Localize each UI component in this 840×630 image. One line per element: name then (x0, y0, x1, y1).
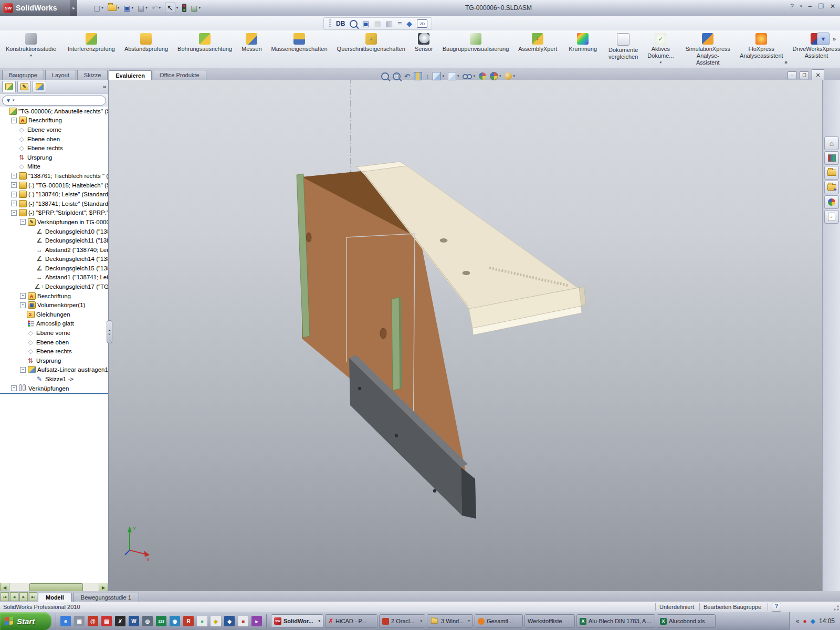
stamp-icon[interactable]: ▦ (374, 20, 381, 27)
quick-launch-icon-12[interactable]: ◆ (211, 616, 221, 626)
ribbon-dokumente[interactable]: Dokumente vergleichen (604, 30, 643, 68)
close-button[interactable]: ✕ (828, 3, 837, 10)
open-button[interactable]: ▾ (106, 4, 121, 12)
toolbar-grip[interactable] (329, 19, 331, 28)
home-icon[interactable]: ⌂ (824, 136, 839, 150)
status-help-button[interactable]: ? (772, 603, 781, 612)
expand-icon[interactable]: + (11, 201, 17, 206)
doc-close-button[interactable]: ✕ (812, 69, 824, 81)
tray-app-icon[interactable]: ◆ (811, 618, 815, 624)
expand-icon[interactable]: + (11, 182, 17, 188)
tree-item-ursprung[interactable]: ⇅Ursprung (0, 153, 108, 162)
tree-item-beschriftung[interactable]: +ABeschriftung (0, 291, 108, 301)
expand-icon[interactable]: + (11, 173, 17, 178)
tree-item-ursprung[interactable]: ⇅Ursprung (0, 356, 108, 365)
ribbon-abstandsprüfung[interactable]: Abstandsprüfung (120, 30, 173, 68)
tree-item-verknüpfungen-in-tg-000006[interactable]: −✎Verknüpfungen in TG-000006~ (0, 217, 108, 227)
tree-item-mitte[interactable]: ◇Mitte (0, 162, 108, 172)
taskbar-button-2-oracl[interactable]: 2 Oracl...▾ (379, 614, 425, 628)
zoom-to-area-icon[interactable] (393, 72, 401, 80)
appearances-icon[interactable] (824, 195, 839, 209)
dropdown-icon[interactable]: ▾ (30, 54, 32, 58)
tree-item-deckungsgleich17-tg[interactable]: ∠⊥Deckungsgleich17 ("TG (0, 282, 108, 291)
tree-item-tg-000015-halteblech-stand[interactable]: +(-) "TG-000015; Halteblech" (Stand (0, 181, 108, 190)
model-tab-bewegungsstudie-1[interactable]: Bewegungsstudie 1 (73, 593, 139, 602)
expand-icon[interactable]: + (11, 385, 17, 391)
undo-button[interactable]: ↶▾ (150, 3, 162, 13)
ribbon-konstruktionsstudie[interactable]: Konstruktionsstudie▾ (1, 30, 61, 68)
ribbon-bohrungsausrichtung[interactable]: Bohrungsausrichtung (173, 30, 237, 68)
tree-item-verknüpfungen[interactable]: +Verknüpfungen (0, 384, 108, 393)
ribbon-more-chevron[interactable]: » (833, 36, 836, 42)
panel-splitter-handle[interactable]: ◂▸ (107, 320, 112, 343)
ribbon-querschnittseigenschaften[interactable]: +Querschnittseigenschaften (332, 30, 410, 68)
collapse-icon[interactable]: − (20, 367, 26, 373)
filter-button[interactable]: ▼ (817, 33, 830, 45)
select-button[interactable]: ↖▾ (163, 2, 180, 14)
tree-item-ebene-vorne[interactable]: ◇Ebene vorne (0, 125, 108, 134)
model-tab-modell[interactable]: Modell (38, 593, 72, 602)
tab-scroll-last-icon[interactable]: ▶| (29, 592, 37, 601)
tree-item-ebene-oben[interactable]: ◇Ebene oben (0, 338, 108, 347)
doc-minimize-button[interactable]: – (788, 71, 797, 79)
tree-item-abstand2-138740-leiste[interactable]: ↔Abstand2 ("138740; Leiste (0, 245, 108, 255)
base-rail-end[interactable] (461, 467, 476, 519)
expand-icon[interactable]: + (11, 118, 17, 123)
dropdown-icon[interactable]: ▾ (660, 60, 662, 65)
quick-launch-icon-1[interactable]: e (60, 616, 71, 626)
quick-launch-icon-5[interactable]: ✗ (115, 616, 125, 626)
help-dropdown-icon[interactable]: ▾ (799, 4, 804, 8)
new-document-button[interactable]: ▢▾ (92, 3, 105, 13)
tab-skizze[interactable]: Skizze (77, 70, 108, 80)
design-library-icon[interactable] (824, 166, 839, 180)
tree-item-aufsatz-linear-austragen1[interactable]: −Aufsatz-Linear austragen1 -> (0, 365, 108, 375)
file-explorer-icon[interactable] (824, 181, 839, 194)
view-orientation-icon[interactable]: ▾ (433, 72, 444, 80)
tree-item-volumenkörper-1[interactable]: +▣Volumenkörper(1) (0, 300, 108, 310)
hide-show-items-icon[interactable]: ▾ (463, 74, 475, 79)
rebuild-button[interactable] (181, 3, 188, 13)
solidworks-resources-icon[interactable] (824, 151, 839, 165)
save-button[interactable]: ▣▾ (122, 3, 135, 13)
taskbar-button-solidwor[interactable]: SWSolidWor...▾ (271, 614, 323, 628)
help-button[interactable]: ? (789, 3, 795, 10)
quick-launch-icon-9[interactable]: ◉ (170, 616, 180, 626)
ribbon-messen[interactable]: Messen (237, 30, 267, 68)
feedback-icon[interactable]: ◆ (406, 20, 412, 27)
view-settings-icon[interactable]: ▾ (505, 72, 515, 80)
graphics-area[interactable]: Y X (109, 80, 822, 591)
tree-item-ebene-rechts[interactable]: ◇Ebene rechts (0, 346, 108, 356)
ribbon-krümmung[interactable]: Krümmung (564, 30, 602, 68)
ribbon-assemblyxpert[interactable]: +AssemblyXpert (513, 30, 562, 68)
tab-office-produkte[interactable]: Office Produkte (153, 70, 206, 80)
tree-horizontal-scrollbar[interactable]: ◀ ▶ (0, 583, 108, 592)
quick-launch-icon-8[interactable]: 123 (156, 616, 166, 626)
start-button[interactable]: Start (0, 612, 51, 630)
taskbar-button-gesamtl[interactable]: Gesamtl... (475, 614, 523, 628)
tree-item-gleichungen[interactable]: ΣGleichungen (0, 310, 108, 319)
quick-launch-icon-2[interactable]: ▣ (74, 616, 85, 626)
print-button[interactable]: ▤▾ (136, 3, 149, 13)
tree-item-beschriftung[interactable]: +ABeschriftung (0, 116, 108, 125)
tree-item-ebene-rechts[interactable]: ◇Ebene rechts (0, 143, 108, 153)
tab-layout[interactable]: Layout (45, 70, 76, 80)
taskbar-button-hicad-p[interactable]: ✗HiCAD - P... (325, 614, 377, 628)
db-button[interactable]: DB (336, 20, 345, 27)
filter-dropdown-icon[interactable]: ▾ (13, 98, 15, 102)
edge-strip-middle[interactable] (392, 297, 400, 391)
save-icon[interactable]: ▣ (362, 20, 369, 27)
tree-item-ebene-vorne[interactable]: ◇Ebene vorne (0, 328, 108, 338)
options-button[interactable]: ▤▾ (189, 3, 202, 13)
quick-launch-icon-4[interactable]: ▤ (101, 616, 112, 626)
tree-item-ebene-oben[interactable]: ◇Ebene oben (0, 134, 108, 144)
quick-launch-icon-11[interactable]: ● (197, 616, 207, 626)
previous-view-icon[interactable]: ↶ (404, 72, 410, 80)
tree-item-138740-leiste-standard-s[interactable]: +(-) "138740; Leiste" (Standard<<S (0, 190, 108, 199)
edit-appearance-icon[interactable] (479, 72, 486, 80)
ribbon-overflow-chevron[interactable]: » (784, 57, 788, 66)
property-manager-tab-icon[interactable]: ✎ (17, 81, 31, 92)
minimize-button[interactable]: – (806, 3, 813, 10)
tree-item-deckungsgleich14-13874[interactable]: ∠Deckungsgleich14 ("13874 (0, 255, 108, 264)
ribbon-masseneigenschaften[interactable]: Masseneigenschaften (267, 30, 332, 68)
ribbon-floxpress[interactable]: FloXpress Analyseassistent (735, 30, 788, 68)
